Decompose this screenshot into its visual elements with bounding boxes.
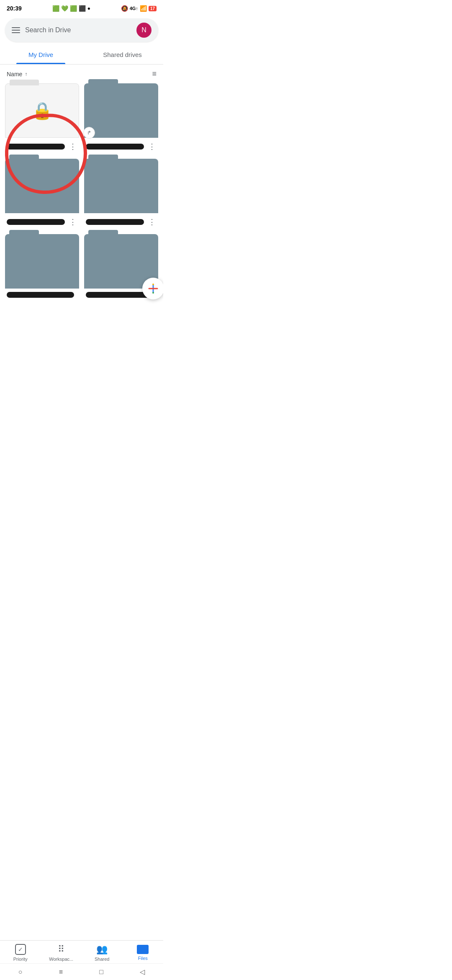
svg-point-2 <box>152 284 154 285</box>
file-grid: 🔒 ⋮ ↱ ⋮ ⋮ ⋮ <box>0 83 163 299</box>
fab-add-button[interactable] <box>142 278 163 299</box>
fab-plus-icon <box>147 283 159 294</box>
app-icon-5: ● <box>87 5 90 11</box>
wifi-icon: 📶 <box>140 5 147 12</box>
search-bar[interactable]: Search in Drive N <box>5 18 158 42</box>
folder-footer-3: ⋮ <box>5 213 79 229</box>
lock-icon: 🔒 <box>32 101 53 121</box>
folder-name-redacted-3 <box>7 219 65 225</box>
folder-footer-1: ⋮ <box>5 138 79 154</box>
folder-footer-2: ⋮ <box>84 138 158 154</box>
app-icon-4: ⬛ <box>79 5 86 12</box>
app-icon-3: 🟩 <box>70 5 77 12</box>
folder-card-1[interactable]: 🔒 ⋮ <box>5 83 79 154</box>
notification-icons: 🟩 💚 🟩 ⬛ ● <box>52 5 90 12</box>
status-bar: 20:39 🟩 💚 🟩 ⬛ ● 🔕 4G↑ 📶 17 <box>0 0 163 15</box>
folder-more-button-4[interactable]: ⋮ <box>147 217 157 227</box>
folder-name-redacted-5 <box>7 292 74 298</box>
hamburger-menu[interactable] <box>12 27 20 33</box>
sort-label[interactable]: Name ↑ <box>7 71 27 77</box>
folder-more-button-3[interactable]: ⋮ <box>68 217 77 227</box>
sort-name-label: Name <box>7 71 22 77</box>
hamburger-line-1 <box>12 27 20 28</box>
tab-my-drive[interactable]: My Drive <box>0 45 82 64</box>
folder-more-button-2[interactable]: ⋮ <box>147 141 157 152</box>
view-toggle-icon[interactable]: ≡ <box>152 70 157 78</box>
app-icon-2: 💚 <box>61 5 68 12</box>
folder-thumbnail-locked: 🔒 <box>5 83 79 138</box>
signal-icon: 4G↑ <box>130 6 138 11</box>
folder-card-5[interactable] <box>5 234 79 299</box>
folder-footer-4: ⋮ <box>84 213 158 229</box>
folder-thumbnail-2: ↱ <box>84 83 158 138</box>
tab-shared-drives[interactable]: Shared drives <box>82 45 163 64</box>
folder-card-4[interactable]: ⋮ <box>84 159 158 229</box>
folder-thumbnail-4 <box>84 159 158 213</box>
folder-name-redacted-2 <box>86 144 144 150</box>
search-input[interactable]: Search in Drive <box>25 26 131 34</box>
status-time: 20:39 <box>7 5 22 12</box>
sort-arrow-icon: ↑ <box>25 71 27 77</box>
status-right-icons: 🔕 4G↑ 📶 17 <box>121 5 157 12</box>
folder-card-2[interactable]: ↱ ⋮ <box>84 83 158 154</box>
avatar[interactable]: N <box>136 23 152 38</box>
svg-point-3 <box>152 292 154 294</box>
folder-name-redacted-4 <box>86 219 144 225</box>
folder-card-3[interactable]: ⋮ <box>5 159 79 229</box>
shortcut-badge: ↱ <box>83 127 95 139</box>
hamburger-line-3 <box>12 32 20 33</box>
tabs-bar: My Drive Shared drives <box>0 45 163 64</box>
battery-indicator: 17 <box>149 6 157 11</box>
folder-more-button-1[interactable]: ⋮ <box>68 141 77 152</box>
folder-thumbnail-5 <box>5 234 79 289</box>
folder-card-6[interactable] <box>84 234 158 299</box>
folder-footer-5 <box>5 289 79 299</box>
app-icon-1: 🟩 <box>52 5 59 12</box>
hamburger-line-2 <box>12 30 20 31</box>
folder-thumbnail-3 <box>5 159 79 213</box>
bell-icon: 🔕 <box>121 5 128 12</box>
folder-name-redacted <box>7 144 65 150</box>
